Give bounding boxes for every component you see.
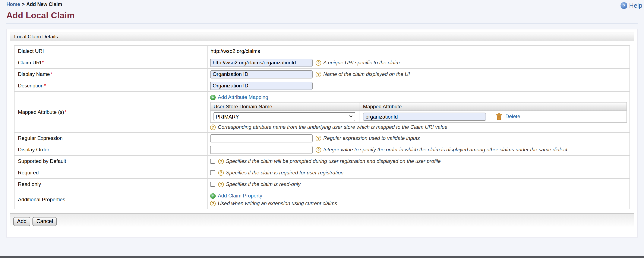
display-name-value-cell: Name of the claim displayed on the UI bbox=[207, 68, 630, 80]
supported-by-default-label-cell: Supported by Default bbox=[14, 155, 207, 167]
read-only-checkbox[interactable] bbox=[210, 182, 215, 187]
add-attribute-mapping[interactable]: Add Attribute Mapping bbox=[210, 94, 627, 100]
breadcrumb: Home>Add New Claim bbox=[6, 2, 62, 7]
mapped-attributes-value-cell: Add Attribute Mapping User Store Domain … bbox=[207, 91, 630, 132]
dialect-uri-value-cell: http://wso2.org/claims bbox=[207, 45, 630, 57]
display-name-label: Display Name bbox=[18, 71, 50, 77]
row-required: Required Specifies if the claim is requi… bbox=[14, 167, 630, 179]
required-asterisk: * bbox=[44, 83, 46, 89]
read-only-label: Read only bbox=[18, 181, 41, 187]
row-supported-by-default: Supported by Default Specifies if the cl… bbox=[14, 155, 630, 167]
required-help-text: Specifies if the claim is required for u… bbox=[226, 170, 344, 176]
mapped-attributes-label-cell: Mapped Attribute (s)* bbox=[14, 91, 207, 132]
row-display-name: Display Name* Name of the claim displaye… bbox=[14, 68, 630, 80]
required-asterisk: * bbox=[42, 60, 44, 66]
regular-expression-input[interactable] bbox=[210, 134, 312, 142]
column-header-mapped-attribute: Mapped Attribute bbox=[360, 102, 493, 111]
footer-bar bbox=[0, 256, 644, 258]
display-order-value-cell: Integer value to specify the order in wh… bbox=[207, 144, 630, 155]
claim-uri-label-cell: Claim URI* bbox=[14, 57, 207, 68]
help-question-icon bbox=[620, 2, 627, 9]
description-label-cell: Description* bbox=[14, 80, 207, 91]
description-value-cell bbox=[207, 80, 630, 91]
claim-form-table: Dialect URI http://wso2.org/claims Claim… bbox=[14, 45, 630, 209]
supported-by-default-help-text: Specifies if the claim will be prompted … bbox=[226, 158, 441, 164]
read-only-value-cell: Specifies if the claim is read-only bbox=[207, 179, 630, 190]
row-read-only: Read only Specifies if the claim is read… bbox=[14, 179, 630, 190]
help-icon[interactable] bbox=[210, 201, 216, 206]
user-store-domain-cell: PRIMARY bbox=[210, 111, 360, 123]
display-name-help-text: Name of the claim displayed on the UI bbox=[323, 71, 410, 77]
help-icon[interactable] bbox=[218, 170, 224, 176]
help-link[interactable]: Help bbox=[620, 2, 642, 9]
help-icon[interactable] bbox=[316, 60, 321, 65]
regular-expression-label-cell: Regular Expression bbox=[14, 132, 207, 144]
mapped-attribute-input[interactable] bbox=[363, 113, 486, 121]
display-name-label-cell: Display Name* bbox=[14, 68, 207, 80]
delete-cell: Delete bbox=[493, 111, 627, 123]
breadcrumb-separator: > bbox=[22, 2, 24, 7]
additional-properties-label: Additional Properties bbox=[18, 197, 65, 203]
read-only-label-cell: Read only bbox=[14, 179, 207, 190]
add-claim-property-link[interactable]: Add Claim Property bbox=[218, 193, 262, 199]
dialect-uri-value: http://wso2.org/claims bbox=[210, 48, 260, 54]
attribute-mapping-table: User Store Domain Name Mapped Attribute … bbox=[210, 102, 627, 123]
help-icon[interactable] bbox=[210, 124, 216, 130]
help-link-label: Help bbox=[629, 2, 642, 9]
mapped-attribute-cell bbox=[360, 111, 493, 123]
read-only-help-text: Specifies if the claim is read-only bbox=[226, 181, 301, 187]
user-store-domain-select[interactable]: PRIMARY bbox=[214, 112, 355, 121]
row-mapped-attributes: Mapped Attribute (s)* Add Attribute Mapp… bbox=[14, 91, 630, 132]
row-additional-properties: Additional Properties Add Claim Property… bbox=[14, 190, 630, 209]
supported-by-default-checkbox[interactable] bbox=[210, 159, 215, 164]
regular-expression-value-cell: Regular expression used to validate inpu… bbox=[207, 132, 630, 144]
help-icon[interactable] bbox=[316, 71, 321, 77]
display-order-help-text: Integer value to specify the order in wh… bbox=[323, 147, 567, 153]
attribute-mapping-header-row: User Store Domain Name Mapped Attribute bbox=[210, 102, 627, 111]
mapped-attributes-label: Mapped Attribute (s) bbox=[18, 109, 64, 115]
required-label-cell: Required bbox=[14, 167, 207, 179]
row-regular-expression: Regular Expression Regular expression us… bbox=[14, 132, 630, 144]
display-order-label: Display Order bbox=[18, 147, 49, 153]
attribute-mapping-row: PRIMARY bbox=[210, 111, 627, 123]
display-order-input[interactable] bbox=[210, 146, 312, 154]
additional-properties-label-cell: Additional Properties bbox=[14, 190, 207, 209]
display-order-label-cell: Display Order bbox=[14, 144, 207, 155]
add-attribute-mapping-link[interactable]: Add Attribute Mapping bbox=[218, 94, 268, 100]
panel-header: Local Claim Details bbox=[10, 32, 634, 41]
page-title: Add Local Claim bbox=[6, 11, 644, 20]
top-bar: Home>Add New Claim Help bbox=[0, 0, 644, 9]
claim-uri-value-cell: A unique URI specific to the claim bbox=[207, 57, 630, 68]
breadcrumb-current: Add New Claim bbox=[26, 2, 62, 7]
description-label: Description bbox=[18, 83, 44, 89]
add-icon[interactable] bbox=[210, 94, 216, 100]
regular-expression-label: Regular Expression bbox=[18, 135, 62, 141]
cancel-button[interactable]: Cancel bbox=[33, 217, 57, 226]
add-button[interactable]: Add bbox=[13, 217, 30, 226]
help-icon[interactable] bbox=[218, 158, 224, 164]
add-icon[interactable] bbox=[210, 193, 216, 199]
delete-link[interactable]: Delete bbox=[506, 113, 520, 119]
claim-uri-input[interactable] bbox=[210, 59, 312, 67]
breadcrumb-home-link[interactable]: Home bbox=[6, 2, 20, 7]
help-icon[interactable] bbox=[218, 182, 224, 187]
supported-by-default-value-cell: Specifies if the claim will be prompted … bbox=[207, 155, 630, 167]
required-label: Required bbox=[18, 170, 39, 176]
add-claim-property[interactable]: Add Claim Property bbox=[210, 193, 627, 199]
additional-properties-help-text: Used when writing an extension using cur… bbox=[218, 200, 337, 206]
description-input[interactable] bbox=[210, 82, 312, 90]
help-icon[interactable] bbox=[316, 135, 321, 141]
title-divider bbox=[6, 23, 638, 23]
dialect-uri-label: Dialect URI bbox=[18, 48, 44, 54]
user-store-domain-select-wrap: PRIMARY bbox=[214, 112, 355, 121]
row-display-order: Display Order Integer value to specify t… bbox=[14, 144, 630, 155]
help-icon[interactable] bbox=[316, 147, 321, 152]
column-header-actions bbox=[493, 102, 627, 111]
additional-properties-value-cell: Add Claim Property Used when writing an … bbox=[207, 190, 630, 209]
row-dialect-uri: Dialect URI http://wso2.org/claims bbox=[14, 45, 630, 57]
required-checkbox[interactable] bbox=[210, 170, 215, 175]
local-claim-details-panel: Local Claim Details Dialect URI http://w… bbox=[6, 29, 638, 238]
claim-uri-label: Claim URI bbox=[18, 60, 41, 66]
display-name-input[interactable] bbox=[210, 70, 312, 78]
trash-icon[interactable] bbox=[496, 113, 502, 120]
